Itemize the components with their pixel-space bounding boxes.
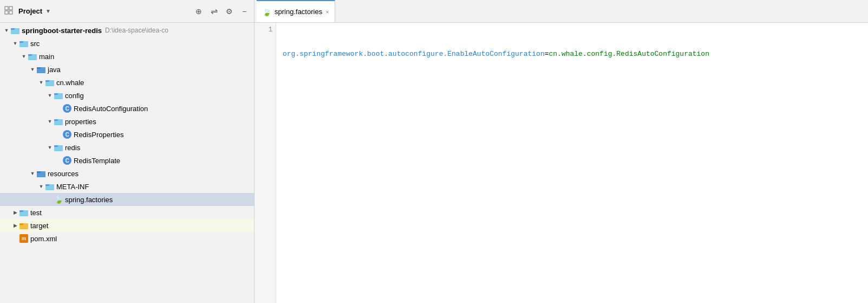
target-arrow: ▶ xyxy=(11,221,19,230)
svg-rect-5 xyxy=(11,28,15,30)
svg-rect-3 xyxy=(9,11,12,14)
svg-rect-13 xyxy=(45,80,49,82)
project-panel-header: Project ▼ ⊕ ⇌ ⚙ − xyxy=(0,0,254,22)
src-folder-icon xyxy=(19,39,28,48)
svg-rect-15 xyxy=(54,93,58,95)
redis-auto-config-label: RedisAutoConfiguration xyxy=(74,105,148,113)
svg-rect-0 xyxy=(5,7,8,10)
tree-item-properties[interactable]: ▼ properties xyxy=(0,115,254,128)
tree-item-redis-properties[interactable]: C RedisProperties xyxy=(0,128,254,141)
properties-folder-icon xyxy=(54,117,63,126)
cnwhale-folder-icon xyxy=(45,78,54,87)
tree-item-redis[interactable]: ▼ redis xyxy=(0,141,254,154)
tree-item-cn-whale[interactable]: ▼ cn.whale xyxy=(0,76,254,89)
tree-item-main[interactable]: ▼ main xyxy=(0,50,254,63)
balance-icon[interactable]: ⇌ xyxy=(208,6,219,17)
java-folder-icon xyxy=(37,65,45,74)
test-label: test xyxy=(30,209,42,217)
header-icons: ⊕ ⇌ ⚙ − xyxy=(193,6,250,17)
tree-item-src[interactable]: ▼ src xyxy=(0,37,254,50)
tree-item-pom-xml[interactable]: ▶ m pom.xml xyxy=(0,232,254,245)
redis-template-class-icon: C xyxy=(63,156,71,165)
svg-rect-21 xyxy=(37,171,41,173)
main-arrow: ▼ xyxy=(19,52,28,61)
cnwhale-arrow: ▼ xyxy=(37,78,45,87)
meta-inf-folder-icon xyxy=(45,182,54,191)
svg-rect-2 xyxy=(5,11,8,14)
test-arrow: ▶ xyxy=(11,208,19,217)
redis-label: redis xyxy=(65,144,80,152)
redis-properties-class-icon: C xyxy=(63,130,71,139)
svg-rect-23 xyxy=(45,184,49,186)
project-tree[interactable]: ▼ springboot-starter-redis D:\idea-space… xyxy=(0,23,254,303)
spring-factories-label: spring.factories xyxy=(65,196,113,204)
code-value: cn.whale.config.RedisAutoConfiguration xyxy=(549,49,709,60)
main-label: main xyxy=(39,53,54,61)
resources-label: resources xyxy=(48,170,79,178)
test-folder-icon xyxy=(19,208,28,217)
redis-template-label: RedisTemplate xyxy=(74,157,120,165)
root-path: D:\idea-space\idea-co xyxy=(105,27,168,34)
spring-factories-tab-icon: 🍃 xyxy=(262,8,271,16)
root-label: springboot-starter-redis xyxy=(22,27,102,35)
tree-item-root[interactable]: ▼ springboot-starter-redis D:\idea-space… xyxy=(0,24,254,37)
config-folder-icon xyxy=(54,91,63,100)
spring-factories-file-icon: 🍃 xyxy=(54,195,63,204)
tree-item-test[interactable]: ▶ test xyxy=(0,206,254,219)
svg-rect-7 xyxy=(19,41,23,43)
root-arrow: ▼ xyxy=(2,26,11,35)
resources-folder-icon xyxy=(37,169,45,178)
minimize-icon[interactable]: − xyxy=(239,6,250,17)
config-label: config xyxy=(65,92,84,100)
resources-arrow: ▼ xyxy=(28,169,37,178)
main-content: ▼ springboot-starter-redis D:\idea-space… xyxy=(0,23,868,303)
properties-arrow: ▼ xyxy=(45,117,54,126)
target-label: target xyxy=(30,222,48,230)
editor-area: 1 org.springframework.boot.autoconfigure… xyxy=(254,23,868,303)
src-arrow: ▼ xyxy=(11,39,19,48)
java-arrow: ▼ xyxy=(28,65,37,74)
svg-rect-9 xyxy=(28,54,32,56)
properties-label: properties xyxy=(65,118,96,126)
spring-factories-tab-close[interactable]: × xyxy=(325,9,329,15)
tree-item-target[interactable]: ▶ target xyxy=(0,219,254,232)
pom-xml-label: pom.xml xyxy=(30,235,57,243)
line-number-1: 1 xyxy=(254,26,272,34)
redis-auto-config-class-icon: C xyxy=(63,104,71,113)
tree-item-resources[interactable]: ▼ resources xyxy=(0,167,254,180)
meta-inf-arrow: ▼ xyxy=(37,182,45,191)
tree-item-java[interactable]: ▼ java xyxy=(0,63,254,76)
svg-rect-19 xyxy=(54,145,58,147)
pom-xml-icon: m xyxy=(19,234,28,243)
spring-factories-tab[interactable]: 🍃 spring.factories × xyxy=(257,0,335,22)
code-equals: = xyxy=(545,49,549,60)
compass-icon[interactable]: ⊕ xyxy=(193,6,204,17)
tree-item-spring-factories[interactable]: 🍃 spring.factories xyxy=(0,193,254,206)
editor-content[interactable]: org.springframework.boot.autoconfigure.E… xyxy=(276,23,868,303)
window-icon xyxy=(4,6,13,16)
config-arrow: ▼ xyxy=(45,91,54,100)
tab-area: 🍃 spring.factories × xyxy=(254,0,868,22)
tree-item-config[interactable]: ▼ config xyxy=(0,89,254,102)
tree-item-redis-template[interactable]: C RedisTemplate xyxy=(0,154,254,167)
code-key: org.springframework.boot.autoconfigure.E… xyxy=(283,49,545,60)
line-numbers: 1 xyxy=(254,23,276,303)
code-line-1: org.springframework.boot.autoconfigure.E… xyxy=(283,49,862,60)
target-folder-icon xyxy=(19,221,28,230)
meta-inf-label: META-INF xyxy=(56,183,89,191)
tree-item-redis-auto-config[interactable]: C RedisAutoConfiguration xyxy=(0,102,254,115)
main-folder-icon xyxy=(28,52,37,61)
gear-icon[interactable]: ⚙ xyxy=(224,6,234,17)
cnwhale-label: cn.whale xyxy=(56,79,84,87)
root-folder-icon xyxy=(11,26,19,35)
redis-folder-icon xyxy=(54,143,63,152)
tree-item-meta-inf[interactable]: ▼ META-INF xyxy=(0,180,254,193)
svg-rect-17 xyxy=(54,119,58,121)
src-label: src xyxy=(30,40,40,48)
title-bar: Project ▼ ⊕ ⇌ ⚙ − 🍃 spring.factories × xyxy=(0,0,868,23)
project-dropdown-icon[interactable]: ▼ xyxy=(45,8,51,14)
svg-rect-27 xyxy=(19,223,23,225)
redis-arrow: ▼ xyxy=(45,143,54,152)
java-label: java xyxy=(48,66,61,74)
project-panel-title: Project xyxy=(18,7,42,15)
